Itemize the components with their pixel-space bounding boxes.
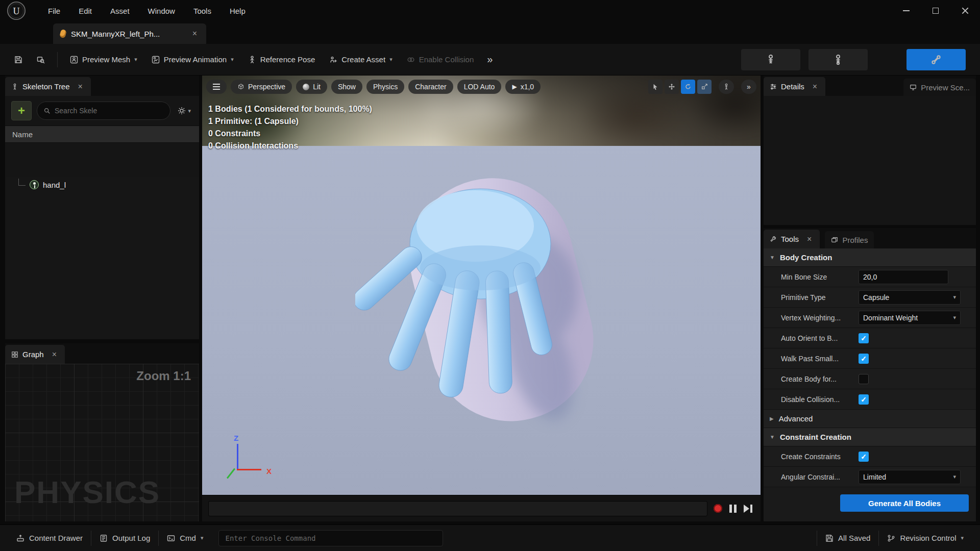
minimize-icon bbox=[903, 10, 910, 11]
panel-close-icon[interactable]: × bbox=[76, 82, 85, 92]
revision-control-dropdown[interactable]: Revision Control ▾ bbox=[879, 525, 972, 551]
menu-edit[interactable]: Edit bbox=[70, 4, 100, 18]
save-button[interactable] bbox=[9, 52, 28, 68]
output-log-button[interactable]: Output Log bbox=[91, 525, 158, 551]
tab-tools[interactable]: Tools × bbox=[764, 230, 820, 248]
pause-button[interactable] bbox=[729, 505, 737, 513]
move-tool-button[interactable] bbox=[665, 80, 679, 94]
preview-mesh-label: Preview Mesh bbox=[82, 55, 130, 64]
name-column-header[interactable]: Name bbox=[5, 126, 199, 143]
reference-pose-icon bbox=[248, 56, 256, 64]
content-drawer-button[interactable]: Content Drawer bbox=[8, 525, 91, 551]
section-constraint-creation[interactable]: ▼ Constraint Creation bbox=[764, 428, 976, 446]
select-tool-button[interactable] bbox=[648, 80, 663, 94]
create-asset-dropdown[interactable]: Create Asset ▾ bbox=[324, 51, 397, 68]
create-constraints-checkbox[interactable] bbox=[859, 452, 869, 462]
tab-details[interactable]: Details × bbox=[764, 77, 825, 96]
lit-dropdown[interactable]: Lit bbox=[296, 80, 327, 94]
property-label: Vertex Weighting... bbox=[781, 314, 859, 322]
property-label: Auto Orient to B... bbox=[781, 334, 859, 342]
character-dropdown[interactable]: Character bbox=[408, 80, 453, 94]
all-saved-button[interactable]: All Saved bbox=[817, 525, 878, 551]
vertex-weighting-select[interactable]: Dominant Weight ▾ bbox=[859, 311, 961, 325]
maximize-button[interactable] bbox=[921, 0, 950, 21]
viewport[interactable]: Perspective Lit Show Physics Character L… bbox=[202, 76, 761, 521]
close-button[interactable] bbox=[950, 0, 980, 21]
console-input[interactable] bbox=[218, 530, 443, 546]
asset-tab[interactable]: SKM_MannyXR_left_Ph... × bbox=[53, 23, 206, 44]
browse-to-asset-button[interactable] bbox=[32, 52, 50, 68]
section-advanced[interactable]: ▶ Advanced bbox=[764, 410, 976, 428]
skeleton-settings-dropdown[interactable]: ▾ bbox=[176, 105, 193, 117]
generate-all-bodies-button[interactable]: Generate All Bodies bbox=[840, 494, 969, 512]
reference-pose-button[interactable]: Reference Pose bbox=[243, 51, 321, 68]
primitive-type-select[interactable]: Capsule ▾ bbox=[859, 290, 961, 305]
monitor-icon bbox=[910, 84, 917, 91]
property-label: Min Bone Size bbox=[781, 273, 859, 281]
cmd-dropdown[interactable]: Cmd ▾ bbox=[159, 525, 211, 551]
walk-past-checkbox[interactable] bbox=[859, 354, 869, 364]
step-forward-icon-bar bbox=[750, 505, 752, 513]
toolbar-overflow-chevron[interactable]: » bbox=[483, 54, 497, 65]
asset-tab-bar: SKM_MannyXR_left_Ph... × bbox=[0, 21, 980, 44]
graph-canvas[interactable]: Zoom 1:1 PHYSICS bbox=[5, 364, 199, 521]
skeleton-constraint-icon bbox=[832, 54, 844, 65]
disable-collision-checkbox[interactable] bbox=[859, 394, 869, 405]
menu-file[interactable]: File bbox=[40, 4, 68, 18]
step-forward-button[interactable] bbox=[744, 505, 752, 513]
window-controls bbox=[891, 0, 980, 21]
physics-dropdown[interactable]: Physics bbox=[366, 80, 404, 94]
viewport-menu-button[interactable] bbox=[206, 80, 227, 94]
scale-tool-button[interactable] bbox=[697, 80, 712, 94]
tools-tab-bar: Tools × Profiles bbox=[764, 228, 976, 248]
chevron-down-icon: ▾ bbox=[188, 108, 191, 114]
bone-icon bbox=[930, 54, 942, 65]
min-bone-size-input[interactable] bbox=[859, 270, 948, 284]
lod-dropdown[interactable]: LOD Auto bbox=[457, 80, 502, 94]
menu-tools[interactable]: Tools bbox=[185, 4, 219, 18]
details-tab-bar: Details × Preview Sce... bbox=[764, 76, 976, 96]
panel-close-icon[interactable]: × bbox=[805, 234, 814, 244]
move-icon bbox=[668, 83, 675, 90]
minimize-button[interactable] bbox=[891, 0, 921, 21]
chevron-down-icon: ▾ bbox=[201, 535, 204, 541]
skeleton-tree-tab-label: Skeleton Tree bbox=[22, 82, 70, 91]
unreal-logo[interactable]: U bbox=[0, 0, 33, 21]
menu-help[interactable]: Help bbox=[222, 4, 254, 18]
preview-anchor-button[interactable] bbox=[719, 80, 734, 94]
add-bone-button[interactable]: + bbox=[11, 101, 32, 120]
preview-mesh-dropdown[interactable]: Preview Mesh ▾ bbox=[65, 51, 142, 68]
create-asset-icon bbox=[329, 56, 337, 64]
menu-asset[interactable]: Asset bbox=[102, 4, 138, 18]
create-body-checkbox[interactable] bbox=[859, 374, 869, 384]
tree-row-hand-l[interactable]: hand_l bbox=[5, 177, 199, 193]
panel-close-icon[interactable]: × bbox=[50, 349, 59, 360]
skeleton-anchor-icon bbox=[723, 83, 730, 90]
viewport-overflow-chevron[interactable]: » bbox=[741, 80, 756, 94]
timeline-track[interactable] bbox=[208, 501, 707, 516]
tab-profiles[interactable]: Profiles bbox=[825, 231, 874, 248]
physics-tool-button[interactable] bbox=[906, 49, 966, 70]
tab-close-icon[interactable]: × bbox=[190, 29, 199, 39]
tab-skeleton-tree[interactable]: Skeleton Tree × bbox=[5, 77, 91, 96]
panel-close-icon[interactable]: × bbox=[811, 82, 819, 92]
property-row-disable-collision: Disable Collision... bbox=[764, 389, 976, 410]
section-body-creation[interactable]: ▼ Body Creation bbox=[764, 248, 976, 267]
menu-window[interactable]: Window bbox=[140, 4, 183, 18]
chevron-down-icon: ▾ bbox=[953, 473, 956, 480]
details-content bbox=[764, 96, 976, 225]
show-dropdown[interactable]: Show bbox=[331, 80, 362, 94]
auto-orient-checkbox[interactable] bbox=[859, 333, 869, 343]
tab-graph[interactable]: Graph × bbox=[5, 345, 65, 364]
perspective-dropdown[interactable]: Perspective bbox=[231, 80, 292, 94]
tab-preview-scene[interactable]: Preview Sce... bbox=[903, 79, 976, 96]
preview-animation-dropdown[interactable]: Preview Animation ▾ bbox=[146, 51, 239, 68]
record-button[interactable] bbox=[714, 504, 722, 513]
angular-constraint-select[interactable]: Limited ▾ bbox=[859, 470, 961, 484]
enable-collision-button[interactable]: Enable Collision bbox=[402, 51, 479, 68]
show-bodies-button[interactable] bbox=[741, 49, 800, 70]
playback-speed-button[interactable]: ▶ x1,0 bbox=[505, 80, 541, 94]
skeleton-search-input[interactable] bbox=[55, 107, 164, 115]
show-constraints-button[interactable] bbox=[808, 49, 868, 70]
rotate-tool-button[interactable] bbox=[681, 80, 695, 94]
